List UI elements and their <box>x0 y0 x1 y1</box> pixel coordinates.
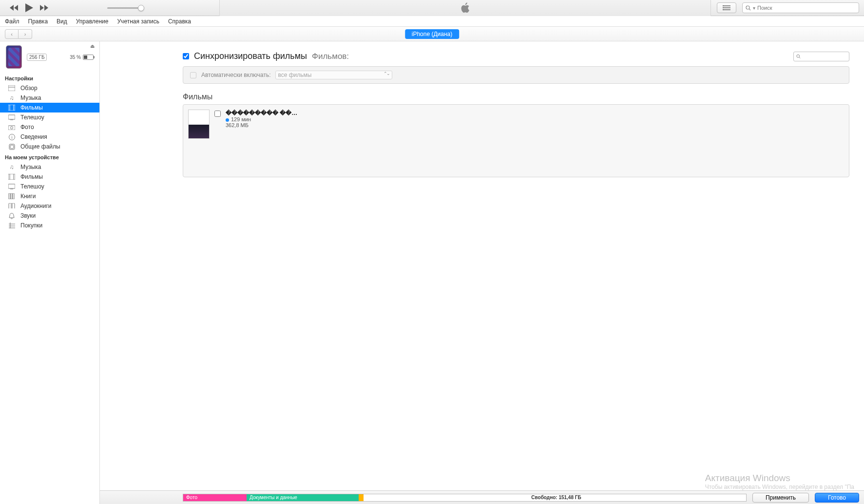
nav-forward-button[interactable]: › <box>19 29 32 39</box>
sidebar: ⏏ 256 ГБ 35 % Настройки Обзор ♫Музыка Фи… <box>0 41 100 504</box>
svg-rect-17 <box>10 145 14 149</box>
global-search-input[interactable] <box>757 5 856 11</box>
menu-edit[interactable]: Правка <box>28 18 48 25</box>
svg-rect-18 <box>8 174 15 180</box>
device-pill[interactable]: iPhone (Диана) <box>405 29 460 39</box>
film-thumbnail <box>188 110 210 139</box>
sidebar-item-label: Сведения <box>20 133 47 140</box>
sidebar-header-ondevice: На моем устройстве <box>0 151 99 162</box>
prev-track-button[interactable] <box>10 5 19 11</box>
menu-help[interactable]: Справка <box>168 18 191 25</box>
ondevice-item-books[interactable]: Книги <box>0 191 99 201</box>
svg-rect-12 <box>8 126 15 130</box>
sidebar-item-music[interactable]: ♫Музыка <box>0 93 99 103</box>
sidebar-item-info[interactable]: iСведения <box>0 132 99 142</box>
menu-controls[interactable]: Управление <box>76 18 109 25</box>
sidebar-item-label: Телешоу <box>20 183 44 190</box>
storage-bar[interactable]: Фото Документы и данные Свободно: 151,48… <box>183 494 747 502</box>
svg-point-0 <box>723 5 724 6</box>
svg-line-31 <box>799 57 800 58</box>
sidebar-item-movies[interactable]: Фильмы <box>0 103 99 112</box>
film-icon <box>8 173 16 180</box>
svg-point-1 <box>723 7 724 8</box>
auto-include-checkbox[interactable] <box>190 72 196 78</box>
info-icon: i <box>8 133 16 140</box>
svg-rect-24 <box>11 193 12 199</box>
films-list: ��������� ��… 129 мин 362,8 МБ <box>183 104 849 177</box>
sidebar-item-label: Обзор <box>20 85 38 92</box>
sidebar-item-label: Фильмы <box>20 173 43 180</box>
svg-rect-5 <box>8 85 15 91</box>
sync-title: Синхронизировать фильмы <box>194 51 307 61</box>
music-icon: ♫ <box>8 94 16 101</box>
main-panel: Синхронизировать фильмы Фильмов: Автомат… <box>100 41 864 504</box>
local-search-input[interactable] <box>801 54 846 59</box>
sidebar-header-settings: Настройки <box>0 73 99 83</box>
global-search[interactable]: ▾ <box>742 2 859 13</box>
ondevice-item-tvshows[interactable]: Телешоу <box>0 182 99 191</box>
music-icon: ♫ <box>8 164 16 170</box>
nav-back-button[interactable]: ‹ <box>5 29 19 39</box>
svg-rect-10 <box>8 115 15 119</box>
film-icon <box>8 104 16 111</box>
sidebar-item-photos[interactable]: Фото <box>0 122 99 132</box>
local-search[interactable] <box>793 52 849 61</box>
storage-seg-free: Свободно: 151,48 ГБ <box>364 494 746 501</box>
ondevice-item-movies[interactable]: Фильмы <box>0 172 99 182</box>
sidebar-item-label: Звуки <box>20 212 36 219</box>
books-icon <box>8 193 16 200</box>
camera-icon <box>8 124 16 131</box>
menu-file[interactable]: Файл <box>5 18 19 25</box>
device-header[interactable]: ⏏ 256 ГБ 35 % <box>0 41 99 73</box>
lcd-display <box>219 0 711 16</box>
ondevice-item-music[interactable]: ♫Музыка <box>0 162 99 172</box>
search-dropdown-icon[interactable]: ▾ <box>753 5 755 11</box>
ondevice-item-audiobooks[interactable]: Аудиокниги <box>0 201 99 211</box>
menu-bar: Файл Правка Вид Управление Учетная запис… <box>0 16 864 27</box>
battery-indicator: 35 % <box>70 55 94 60</box>
purchases-icon <box>8 222 16 229</box>
menu-view[interactable]: Вид <box>57 18 67 25</box>
film-checkbox[interactable] <box>214 111 221 117</box>
sidebar-item-summary[interactable]: Обзор <box>0 83 99 93</box>
film-duration: 129 мин <box>226 116 297 122</box>
volume-slider[interactable] <box>107 7 141 9</box>
svg-rect-7 <box>8 105 15 111</box>
files-icon <box>8 143 16 150</box>
sidebar-item-label: Покупки <box>20 222 42 229</box>
sidebar-item-label: Музыка <box>20 94 41 101</box>
auto-include-box: Автоматически включать: все фильмы <box>183 66 849 84</box>
sync-movies-checkbox[interactable] <box>183 53 189 59</box>
film-title: ��������� ��… <box>226 110 297 116</box>
next-track-button[interactable] <box>40 5 49 11</box>
svg-text:i: i <box>11 135 12 140</box>
sidebar-item-tvshows[interactable]: Телешоу <box>0 112 99 122</box>
film-row[interactable]: ��������� ��… 129 мин 362,8 МБ <box>188 110 844 139</box>
apply-button[interactable]: Применить <box>752 493 809 503</box>
bell-icon <box>8 212 16 219</box>
sidebar-item-label: Общие файлы <box>20 143 60 150</box>
done-button[interactable]: Готово <box>815 493 859 503</box>
menu-account[interactable]: Учетная запись <box>117 18 159 25</box>
storage-seg-docs: Документы и данные <box>247 494 359 501</box>
storage-seg-photo: Фото <box>183 494 247 501</box>
audiobook-icon <box>8 203 16 209</box>
svg-rect-21 <box>8 184 15 188</box>
sidebar-item-label: Фото <box>20 124 34 131</box>
ondevice-item-purchases[interactable]: Покупки <box>0 221 99 230</box>
sidebar-item-label: Фильмы <box>20 104 43 111</box>
top-toolbar: ▾ <box>0 0 864 16</box>
sidebar-item-label: Книги <box>20 193 36 200</box>
battery-icon <box>83 55 94 60</box>
search-icon <box>746 5 751 11</box>
auto-include-label: Автоматически включать: <box>201 72 270 78</box>
svg-point-3 <box>746 6 749 9</box>
summary-icon <box>8 85 16 92</box>
nav-row: ‹ › iPhone (Диана) <box>0 27 864 41</box>
ondevice-item-tones[interactable]: Звуки <box>0 211 99 221</box>
auto-include-select[interactable]: все фильмы <box>275 71 392 79</box>
sidebar-item-files[interactable]: Общие файлы <box>0 142 99 151</box>
eject-icon[interactable]: ⏏ <box>90 43 95 49</box>
list-view-button[interactable] <box>717 2 736 13</box>
play-button[interactable] <box>25 3 33 12</box>
